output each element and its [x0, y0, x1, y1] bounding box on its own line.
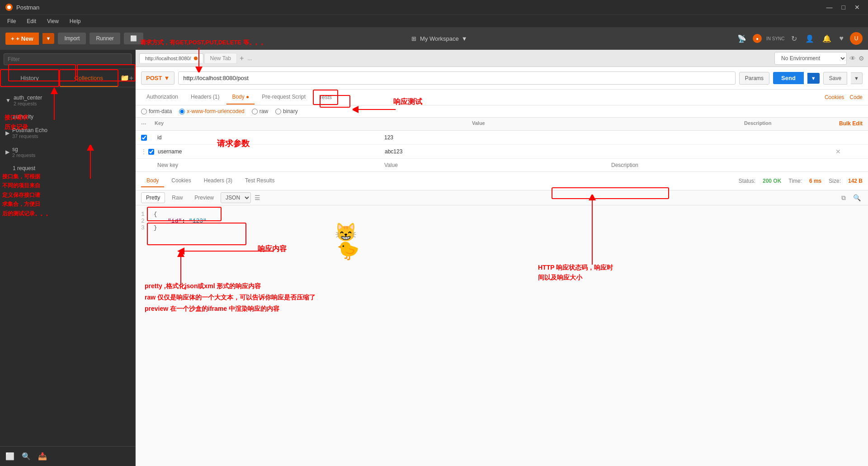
minimize-button[interactable]: —	[824, 3, 835, 12]
row2-check: ⋮	[141, 148, 155, 155]
tab-authorization[interactable]: Authorization	[141, 90, 184, 105]
tab-pretty[interactable]: Pretty	[141, 192, 165, 203]
tab-headers-resp[interactable]: Headers (3)	[198, 175, 238, 187]
tab-body-resp[interactable]: Body	[141, 175, 164, 187]
method-select[interactable]: POST ▼	[141, 71, 175, 85]
menu-help[interactable]: Help	[68, 17, 83, 25]
menu-edit[interactable]: Edit	[25, 17, 38, 25]
list-item[interactable]: 1 request	[0, 162, 135, 175]
avatar[interactable]: U	[850, 32, 863, 45]
in-sync-button[interactable]: IN SYNC	[766, 36, 785, 41]
satellite-icon-btn[interactable]: 📡	[736, 33, 748, 45]
option-urlencoded[interactable]: x-www-form-urlencoded	[179, 108, 244, 114]
user-icon-btn[interactable]: 👤	[803, 33, 816, 45]
radio-binary[interactable]	[275, 109, 281, 114]
tab-test-results[interactable]: Test Results	[240, 175, 280, 187]
list-item[interactable]: ▶ sg 2 requests	[0, 143, 135, 162]
import-button[interactable]: Import	[58, 33, 86, 44]
time-value: 6 ms	[809, 178, 821, 184]
filter-input[interactable]	[4, 53, 132, 65]
tab-request[interactable]: http://localhost:8080/	[139, 53, 203, 63]
tab-cookies-resp[interactable]: Cookies	[166, 175, 196, 187]
send-button[interactable]: Send	[773, 72, 804, 84]
binary-label: binary	[283, 108, 298, 114]
new-collection-btn[interactable]: 📁+	[118, 69, 135, 87]
option-raw[interactable]: raw	[252, 108, 268, 114]
search-icon-btn[interactable]: 🔍	[20, 450, 33, 462]
more-tabs-button[interactable]: ...	[245, 53, 254, 63]
heart-icon-btn[interactable]: ♥	[838, 33, 846, 44]
radio-raw[interactable]	[252, 109, 258, 114]
option-binary[interactable]: binary	[275, 108, 298, 114]
search-resp-btn[interactable]: 🔍	[851, 193, 863, 203]
tab-pre-request[interactable]: Pre-request Script	[256, 90, 311, 105]
close-button[interactable]: ✕	[852, 3, 863, 12]
tab-collections[interactable]: Collections	[59, 69, 118, 87]
tab-body[interactable]: Body ●	[226, 90, 255, 105]
maximize-button[interactable]: □	[839, 3, 848, 12]
new-key-input[interactable]	[155, 161, 382, 170]
row2-delete-button[interactable]: ✕	[835, 148, 841, 155]
tab-preview[interactable]: Preview	[189, 192, 219, 203]
add-tab-button[interactable]: +	[238, 52, 245, 64]
item-name: auth_center	[14, 95, 42, 101]
new-dropdown-button[interactable]: ▼	[42, 33, 55, 44]
tab-dot	[194, 57, 198, 60]
environment-select[interactable]: No Environment	[774, 52, 847, 65]
option-form-data[interactable]: form-data	[141, 108, 172, 114]
import-sidebar-btn[interactable]: 📥	[36, 450, 49, 462]
env-gear-button[interactable]: ⚙	[859, 55, 864, 62]
tab-history[interactable]: History	[0, 69, 59, 87]
menu-file[interactable]: File	[5, 17, 18, 25]
bulk-edit-link[interactable]: Bulk Edit	[835, 120, 863, 128]
new-value-input[interactable]	[382, 161, 609, 170]
list-item[interactable]: ▶ Postman Echo 37 requests	[0, 124, 135, 143]
save-button[interactable]: Save	[823, 72, 847, 85]
layout-icon-btn[interactable]: ⬜	[4, 450, 16, 462]
save-dropdown-button[interactable]: ▼	[851, 72, 863, 84]
in-sync-label: IN SYNC	[766, 36, 785, 41]
params-button[interactable]: Params	[739, 72, 769, 85]
cookies-link[interactable]: Cookies	[825, 94, 844, 100]
row2-key-input[interactable]	[155, 147, 382, 157]
item-info: authority	[13, 114, 33, 120]
response-body: 1 { 2 "id": "123" 3 }	[136, 205, 868, 466]
line-num-2: 2	[141, 218, 145, 224]
url-input[interactable]	[178, 71, 735, 85]
new-button[interactable]: + + New	[5, 33, 39, 45]
row1-key: id	[155, 133, 382, 143]
send-dropdown-button[interactable]: ▼	[807, 73, 820, 84]
copy-icon-btn[interactable]: ⧉	[840, 193, 848, 203]
row2-value-input[interactable]	[382, 147, 609, 157]
code-link[interactable]: Code	[849, 94, 863, 100]
builder-button[interactable]: ⬜	[124, 33, 143, 44]
dots-icon: ···	[141, 120, 146, 128]
workspace-button[interactable]: My Workspace ▼	[420, 35, 467, 42]
radio-form-data[interactable]	[141, 109, 147, 114]
size-label: Size:	[829, 178, 841, 184]
tab-new[interactable]: New Tab	[204, 53, 237, 64]
size-value: 142 B	[848, 178, 863, 184]
list-item[interactable]: authority	[0, 110, 135, 124]
tab-raw[interactable]: Raw	[167, 192, 188, 203]
format-select[interactable]: JSON	[221, 192, 251, 203]
filter-icon-btn[interactable]: ☰	[253, 193, 262, 202]
sidebar: History Collections 📁+ ▼ auth_center 2 r…	[0, 50, 136, 466]
row2-desc-input[interactable]	[609, 147, 835, 157]
bell-icon-btn[interactable]: 🔔	[821, 33, 833, 45]
request-tabs: Authorization Headers (1) Body ● Pre-req…	[136, 90, 868, 105]
refresh-icon-btn[interactable]: ↻	[789, 33, 799, 45]
tab-tests[interactable]: Tests	[313, 90, 338, 105]
tab-headers[interactable]: Headers (1)	[185, 90, 225, 105]
list-item[interactable]: ▼ auth_center 2 requests	[0, 91, 135, 110]
item-info: sg 2 requests	[12, 146, 35, 158]
radio-urlencoded[interactable]	[179, 109, 185, 114]
toolbar: + + New ▼ Import Runner ⬜ ⊞ My Workspace…	[0, 27, 868, 50]
toolbar-right: 📡 ● IN SYNC ↻ 👤 🔔 ♥ U	[736, 32, 863, 45]
new-desc-input[interactable]	[609, 161, 835, 170]
env-eye-button[interactable]: 👁	[849, 55, 856, 62]
menu-view[interactable]: View	[45, 17, 61, 25]
runner-button[interactable]: Runner	[90, 33, 120, 44]
row1-checkbox[interactable]	[141, 135, 147, 141]
row2-checkbox[interactable]	[148, 149, 154, 155]
